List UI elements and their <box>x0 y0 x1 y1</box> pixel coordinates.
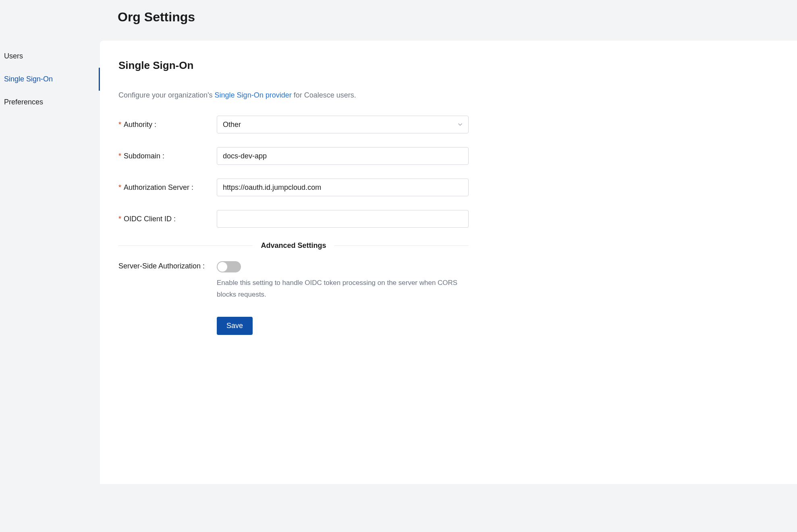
divider-line-right <box>334 245 469 246</box>
subdomain-input[interactable] <box>217 147 469 165</box>
sso-description: Configure your organization's Single Sig… <box>118 91 778 100</box>
subdomain-label-text: Subdomain <box>124 152 160 160</box>
oidc-client-id-label: *OIDC Client ID : <box>118 215 217 223</box>
required-marker: * <box>118 121 121 129</box>
auth-server-input[interactable] <box>217 179 469 196</box>
required-marker: * <box>118 215 121 223</box>
section-title: Single Sign-On <box>118 59 778 72</box>
advanced-settings-title: Advanced Settings <box>253 241 334 250</box>
form-row-auth-server: *Authorization Server : <box>118 179 778 196</box>
save-row: Save <box>217 317 778 335</box>
auth-server-label-text: Authorization Server <box>124 183 189 191</box>
auth-server-label: *Authorization Server : <box>118 183 217 192</box>
toggle-knob <box>218 262 227 272</box>
sidebar-item-users[interactable]: Users <box>0 45 100 68</box>
authority-select-value: Other <box>223 121 241 129</box>
chevron-down-icon <box>458 122 463 127</box>
server-side-auth-row: Server-Side Authorization : <box>118 261 778 272</box>
form-row-authority: *Authority : Other <box>118 116 778 133</box>
description-prefix: Configure your organization's <box>118 91 215 99</box>
oidc-client-id-label-text: OIDC Client ID <box>124 215 172 223</box>
server-side-auth-toggle[interactable] <box>217 261 241 272</box>
sso-provider-link[interactable]: Single Sign-On provider <box>215 91 292 99</box>
subdomain-label: *Subdomain : <box>118 152 217 160</box>
layout: Users Single Sign-On Preferences Single … <box>0 41 797 484</box>
server-side-auth-help: Enable this setting to handle OIDC token… <box>217 277 469 301</box>
page-title: Org Settings <box>0 0 797 25</box>
divider-line-left <box>118 245 253 246</box>
server-side-auth-label-text: Server-Side Authorization <box>118 262 201 270</box>
sidebar-item-single-sign-on[interactable]: Single Sign-On <box>0 68 100 91</box>
save-button[interactable]: Save <box>217 317 253 335</box>
form-row-subdomain: *Subdomain : <box>118 147 778 165</box>
oidc-client-id-input[interactable] <box>217 210 469 228</box>
form-row-oidc-client-id: *OIDC Client ID : <box>118 210 778 228</box>
sidebar-item-preferences[interactable]: Preferences <box>0 91 100 114</box>
sidebar: Users Single Sign-On Preferences <box>0 41 100 484</box>
required-marker: * <box>118 152 121 160</box>
content-card: Single Sign-On Configure your organizati… <box>100 41 797 484</box>
server-side-auth-label: Server-Side Authorization : <box>118 261 217 270</box>
description-suffix: for Coalesce users. <box>292 91 356 99</box>
advanced-settings-divider: Advanced Settings <box>118 241 469 250</box>
authority-label: *Authority : <box>118 121 217 129</box>
authority-select[interactable]: Other <box>217 116 469 133</box>
required-marker: * <box>118 183 121 191</box>
authority-label-text: Authority <box>124 121 152 129</box>
